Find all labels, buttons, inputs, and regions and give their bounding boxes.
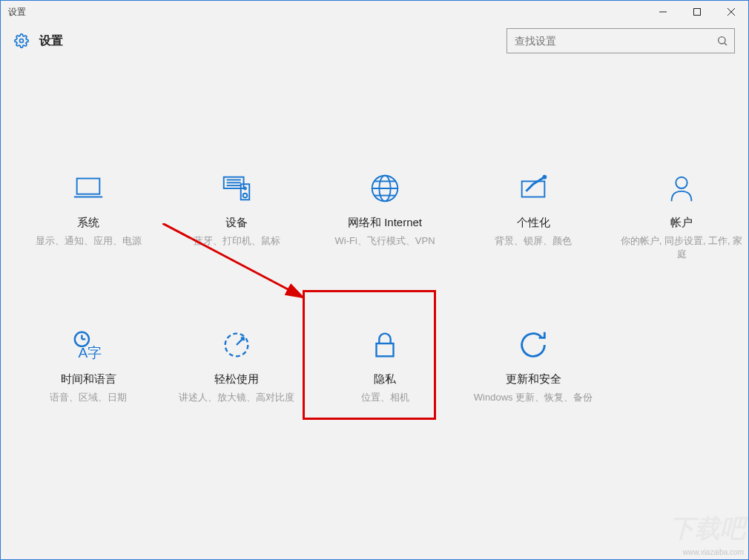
person-icon	[664, 171, 699, 205]
tile-ease-of-access[interactable]: 轻松使用 讲述人、放大镜、高对比度	[162, 328, 311, 404]
svg-point-14	[243, 194, 248, 198]
annotation-highlight	[303, 290, 436, 420]
tile-title: 时间和语言	[61, 372, 116, 386]
tile-title: 帐户	[670, 216, 693, 230]
watermark-logo: 下载吧	[670, 512, 745, 546]
close-button[interactable]	[714, 1, 748, 23]
svg-point-22	[543, 176, 546, 179]
svg-rect-7	[77, 179, 100, 194]
svg-point-15	[244, 188, 246, 190]
svg-point-23	[676, 177, 687, 188]
update-icon	[516, 328, 550, 362]
globe-icon	[368, 171, 402, 205]
close-icon	[727, 7, 736, 16]
tile-title: 设备	[225, 216, 248, 230]
titlebar-text: 设置	[1, 6, 26, 19]
tile-desc: 讲述人、放大镜、高对比度	[179, 391, 294, 404]
svg-point-4	[20, 39, 24, 43]
paintbrush-icon	[516, 171, 550, 205]
titlebar: 设置	[1, 1, 748, 23]
settings-window: 设置 设置	[0, 0, 749, 560]
page-title: 设置	[39, 33, 63, 49]
tile-time-language[interactable]: A字 时间和语言 语音、区域、日期	[14, 328, 162, 404]
tile-desc: Windows 更新、恢复、备份	[474, 391, 593, 404]
tile-update-security[interactable]: 更新和安全 Windows 更新、恢复、备份	[459, 328, 607, 404]
header-left: 设置	[14, 33, 63, 49]
tile-title: 网络和 Internet	[348, 216, 422, 230]
tile-personalization[interactable]: 个性化 背景、锁屏、颜色	[459, 171, 607, 261]
devices-icon	[220, 171, 254, 205]
tile-devices[interactable]: 设备 蓝牙、打印机、鼠标	[162, 171, 311, 261]
tile-desc: 语音、区域、日期	[50, 391, 127, 404]
ease-of-access-icon	[220, 328, 254, 362]
maximize-icon	[693, 7, 702, 16]
tile-desc: 蓝牙、打印机、鼠标	[194, 234, 280, 248]
tile-desc: 你的帐户, 同步设置, 工作, 家庭	[618, 234, 745, 261]
window-controls	[646, 1, 748, 23]
gear-icon	[14, 33, 29, 48]
tile-system[interactable]: 系统 显示、通知、应用、电源	[14, 171, 162, 261]
tile-title: 系统	[77, 216, 99, 230]
tile-accounts[interactable]: 帐户 你的帐户, 同步设置, 工作, 家庭	[607, 171, 749, 261]
svg-point-5	[719, 37, 725, 44]
tile-desc: 背景、锁屏、颜色	[495, 234, 572, 248]
svg-rect-1	[694, 9, 701, 16]
svg-line-6	[725, 43, 727, 45]
tile-title: 个性化	[517, 216, 550, 230]
svg-text:A字: A字	[79, 346, 102, 361]
tile-network[interactable]: 网络和 Internet Wi-Fi、飞行模式、VPN	[311, 171, 459, 261]
header: 设置	[1, 23, 748, 59]
tile-desc: 显示、通知、应用、电源	[36, 234, 142, 248]
tile-title: 轻松使用	[214, 372, 259, 386]
search-icon	[716, 35, 728, 47]
minimize-icon	[659, 7, 667, 16]
minimize-button[interactable]	[646, 1, 680, 23]
laptop-icon	[71, 171, 105, 205]
tile-desc: Wi-Fi、飞行模式、VPN	[334, 234, 435, 248]
tile-title: 更新和安全	[506, 372, 561, 386]
search-input[interactable]	[513, 34, 716, 47]
watermark-url: www.xiazaiba.com	[683, 548, 744, 556]
search-box[interactable]	[507, 28, 735, 53]
time-language-icon: A字	[71, 328, 105, 362]
maximize-button[interactable]	[680, 1, 714, 23]
